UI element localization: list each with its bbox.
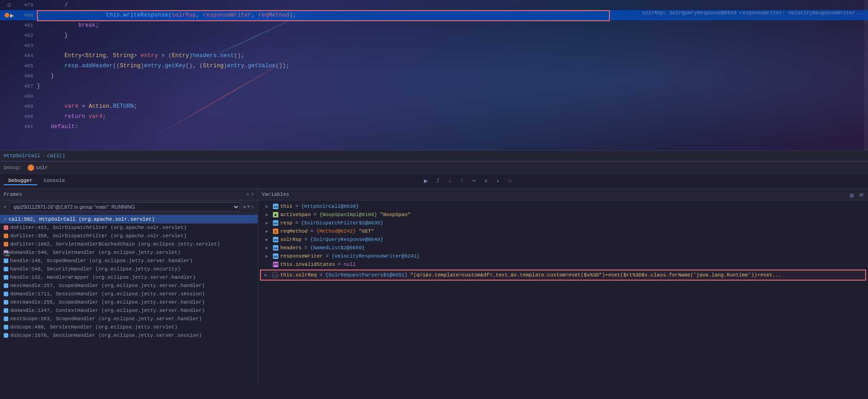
var-expand-solrreq[interactable]: ▶ [265,272,270,278]
var-val-solrreq: {SolrRequestParsers$1@8651} [325,272,407,278]
step-into-button[interactable]: ↓ [445,176,455,186]
frame-text-12: nextScope:203, ScopedHandler (org.eclips… [10,316,202,322]
breadcrumb-sep: › [42,153,45,158]
frame-item-10[interactable]: nextHandle:255, ScopedHandler (org.eclip… [0,298,258,306]
panel-menu-button[interactable]: ≡ [856,190,866,200]
frame-item-11[interactable]: doHandle:1347, ContextHandler (org.eclip… [0,306,258,315]
frame-item-3[interactable]: doFilter:1602, ServletHandler$CachedChai… [0,240,258,248]
var-name-solrreq: this.solrReq [280,272,317,278]
debug-toolbar: Debugger Console ▶ ⤴ ↓ ↑ ↪ ≡ ⇓ ☐ ⚙ ≡ [0,174,868,188]
var-eq-activespan: = [313,212,317,217]
var-eq-solrrsp: = [304,237,307,242]
tab-debugger[interactable]: Debugger [4,177,37,185]
frame-item-4[interactable]: 📷 doHandle:540, ServletHandler (org.ecli… [0,248,258,257]
var-expand-activespan[interactable]: ▶ [266,212,271,217]
frame-item-1[interactable]: doFilter:423, SolrDispatchFilter (org.ap… [0,223,258,232]
drop-frame-button[interactable]: ☐ [505,176,515,186]
line-num-482: 482 [18,33,37,38]
var-eq-this: = [295,204,298,209]
step-out-button[interactable]: ↑ [457,176,467,186]
line-code-487: } [37,83,864,89]
var-name-responsewriter: responseWriter [280,253,323,259]
var-item-headers[interactable]: ▶ oo headers = {NamedList$2@8650} [258,244,868,252]
frame-item-2[interactable]: doFilter:350, SolrDispatchFilter (org.ap… [0,232,258,240]
thread-select[interactable]: qtp250112971-26"@2,872 in group "main": … [9,202,240,211]
step-over-button[interactable]: ⤴ [433,176,443,186]
var-item-resp[interactable]: ▶ oo resp = {SolrDispatchFilter$2@8635} [258,219,868,227]
frame-icon-5 [4,258,8,263]
debug-label: Debug: [4,165,22,170]
down-arrow[interactable]: ▼ [247,204,250,210]
frame-icon-7 [4,275,8,280]
frame-item-12[interactable]: nextScope:203, ScopedHandler (org.eclips… [0,315,258,323]
var-expand-headers[interactable]: ▶ [266,245,271,251]
frame-item-8[interactable]: nextHandle:257, ScopedHandler (org.eclip… [0,282,258,290]
settings-button[interactable]: ⚙ [847,190,857,200]
var-expand-solrrsp[interactable]: ▶ [266,237,271,242]
var-item-invalidstates[interactable]: oo this.invalidStates = null [258,260,868,269]
line-icons-479: ⊘ [0,0,18,10]
code-line-490: 490 return var4; [0,111,868,122]
var-expand-responsewriter[interactable]: ▶ [266,253,271,259]
frame-item-9[interactable]: doHandle:1711, SessionHandler (org.eclip… [0,290,258,298]
frames-sort-button[interactable]: ⇅ [246,191,249,197]
code-lines: ⊘ 479 / ▶ 480 this.writeResponse(solrRsp… [0,0,868,132]
frame-item-5[interactable]: handle:146, ScopedHandler (org.eclipse.j… [0,257,258,265]
var-icon-responsewriter: oo [273,253,278,259]
var-name-solrrsp: solrRsp [280,237,301,242]
frame-item-13[interactable]: doScope:480, ServletHandler (org.eclipse… [0,323,258,331]
frame-text-9: doHandle:1711, SessionHandler (org.eclip… [10,291,205,297]
var-name-resp: resp [280,220,292,226]
frame-text-1: doFilter:423, SolrDispatchFilter (org.ap… [10,225,187,230]
frame-text-6: handle:548, SecurityHandler (org.eclipse… [10,266,181,272]
run-to-cursor-button[interactable]: ↪ [469,176,479,186]
frame-text-7: handle:132, HandlerWrapper (org.eclipse.… [10,275,196,280]
thread-dropdown-area: ✓ qtp250112971-26"@2,872 in group "main"… [0,200,258,214]
code-editor: ⊘ 479 / ▶ 480 this.writeResponse(solrRsp… [0,0,868,161]
evaluate-button[interactable]: ≡ [481,176,491,186]
frame-item-7[interactable]: handle:132, HandlerWrapper (org.eclipse.… [0,273,258,282]
var-val-resp: {SolrDispatchFilter$2@8635} [301,220,383,226]
frame-icon-13 [4,325,8,329]
var-item-responsewriter[interactable]: ▶ oo responseWriter = {VelocityResponseW… [258,252,868,260]
frame-item-14[interactable]: doScope:1678, SessionHandler (org.eclips… [0,331,258,340]
breadcrumb-item-2[interactable]: call() [47,153,65,158]
frames-filter-button[interactable]: ▽ [251,191,254,197]
frames-header: Frames ⇅ ▽ [0,188,258,200]
var-item-reqmethod[interactable]: ▶ e reqMethod = {Method@6242} "GET" [258,227,868,235]
var-item-solrrsp[interactable]: ▶ oo solrRsp = {SolrQueryResponse@8649} [258,235,868,244]
frame-item-0[interactable]: ✓ call:582, HttpSolrCall (org.apache.sol… [0,215,258,223]
var-expand-resp[interactable]: ▶ [266,220,271,226]
var-val-headers: {NamedList$2@8650} [310,245,365,251]
debug-main-area: Frames ⇅ ▽ ✓ qtp250112971-26"@2,872 in g… [0,188,868,384]
tab-console[interactable]: Console [39,177,70,185]
code-line-485: 485 resp.addHeader((String)entry.getKey(… [0,61,868,71]
solr-tab[interactable]: solr [28,164,48,171]
solr-icon [28,164,34,171]
var-icon-this: oo [273,204,278,209]
var-val-responsewriter: {VelocityResponseWriter@6241} [331,253,419,259]
bottom-panel: Debug: solr Debugger Console ▶ ⤴ ↓ ↑ ↪ ≡… [0,161,868,399]
var-expand-this[interactable]: ▶ [266,204,271,209]
code-line-488: 488 [0,91,868,101]
var-val-reqmethod: {Method@6242} "GET" [316,229,374,234]
var-item-this[interactable]: ▶ oo this = {HttpSolrCall@8639} [258,202,868,211]
up-arrow[interactable]: ▲ [243,204,246,210]
resume-button[interactable]: ▶ [421,176,431,186]
var-eq-solrreq: = [319,272,323,278]
frame-item-6[interactable]: handle:548, SecurityHandler (org.eclipse… [0,265,258,273]
var-icon-reqmethod: e [273,229,278,234]
filter-icon[interactable]: ▽ [251,204,254,210]
var-icon-activespan: ■ [273,212,278,217]
var-item-solrreq[interactable]: ▶ oo this.solrReq = {SolrRequestParsers$… [260,270,866,281]
var-expand-reqmethod[interactable]: ▶ [266,229,271,234]
frame-icon-1 [4,225,8,230]
line-num-485: 485 [18,63,37,69]
var-eq-reqmethod: = [310,229,313,234]
force-step-into-button[interactable]: ⇓ [493,176,503,186]
frame-icon-8 [4,283,8,288]
breadcrumb-item-1[interactable]: HttpSolrCall [4,153,40,158]
frame-text-3: doFilter:1602, ServletHandler$CachedChai… [10,241,220,247]
frame-text-14: doScope:1678, SessionHandler (org.eclips… [10,333,202,338]
var-item-activespan[interactable]: ▶ ■ activeSpan = {NoopSpanImpl@6109} "No… [258,211,868,219]
